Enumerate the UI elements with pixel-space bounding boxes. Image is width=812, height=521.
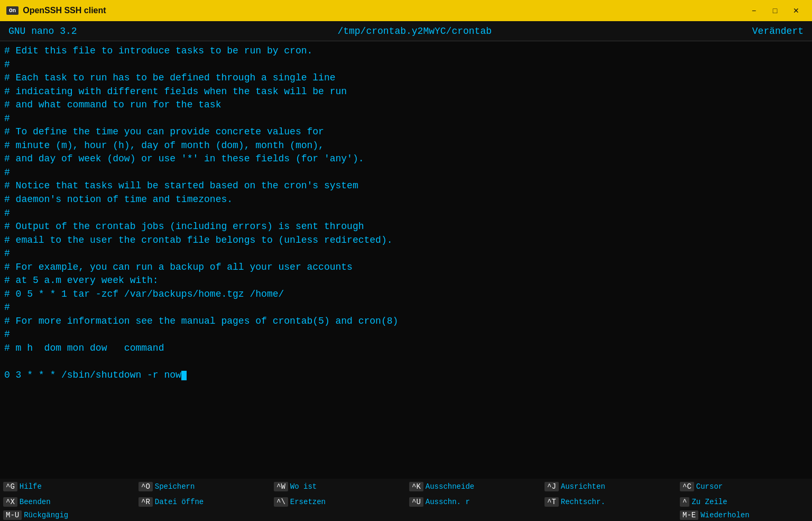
bottom-shortcut-item: ^RDatei öffne	[135, 494, 271, 509]
window-controls: − □ ✕	[744, 3, 806, 18]
shortcut-label: Datei öffne	[155, 498, 204, 506]
editor-line: # minute (m), hour (h), day of month (do…	[4, 139, 808, 153]
shortcut-label: Ausschn. r	[426, 498, 470, 506]
close-button[interactable]: ✕	[787, 3, 806, 18]
minimize-button[interactable]: −	[744, 3, 763, 18]
shortcut-label: Zu Zeile	[691, 498, 727, 506]
bottom-shortcut-item: ^WWo ist	[271, 479, 406, 494]
shortcut-label: Ausrichten	[561, 482, 605, 491]
shortcut-key: ^J	[545, 482, 559, 491]
window-title: OpenSSH SSH client	[23, 6, 106, 15]
editor-area[interactable]: # Edit this file to introduce tasks to b…	[0, 41, 812, 479]
nano-filename: /tmp/crontab.y2MwYC/crontab	[337, 26, 492, 36]
editor-line: #	[4, 328, 808, 342]
shortcut-key: M-E	[680, 510, 698, 520]
nano-modified: Verändert	[752, 26, 804, 36]
editor-line: # and what command to run for the task	[4, 98, 808, 112]
shortcut-label: Rechtschr.	[561, 498, 605, 506]
shortcut-key: ^O	[139, 482, 153, 491]
app-icon: On	[6, 6, 19, 15]
bottom-bar: ^GHilfe^OSpeichern^WWo ist^KAusschneide^…	[0, 479, 812, 521]
shortcut-label: Wiederholen	[700, 511, 749, 519]
shortcut-key: ^\	[274, 497, 288, 507]
bottom-shortcut-item: M-EWiederholen	[677, 509, 812, 521]
shortcut-key: ^G	[3, 482, 17, 491]
bottom-shortcut-item	[541, 509, 677, 521]
title-bar: On OpenSSH SSH client − □ ✕	[0, 0, 812, 21]
shortcut-label: Ersetzen	[290, 498, 326, 506]
bottom-shortcut-item: ^UAusschn. r	[406, 494, 541, 509]
bottom-shortcut-item	[406, 509, 541, 521]
shortcut-key: ^R	[139, 497, 153, 507]
bottom-shortcut-item: ^CCursor	[677, 479, 812, 494]
editor-line: # Output of the crontab jobs (including …	[4, 220, 808, 234]
shortcut-label: Beenden	[20, 498, 51, 506]
editor-line: # For more information see the manual pa…	[4, 315, 808, 328]
shortcut-key: ^U	[409, 497, 423, 507]
shortcut-label: Hilfe	[20, 482, 42, 491]
editor-line: # Notice that tasks will be started base…	[4, 179, 808, 193]
editor-line: # indicating with different fields when …	[4, 85, 808, 99]
editor-line: # 0 5 * * 1 tar -zcf /var/backups/home.t…	[4, 288, 808, 301]
shortcut-key: ^W	[274, 482, 288, 491]
shortcut-label: Rückgängig	[24, 511, 68, 519]
shortcut-label: Wo ist	[290, 482, 317, 491]
editor-line: # Each task to run has to be defined thr…	[4, 71, 808, 85]
editor-line: # email to the user the crontab file bel…	[4, 234, 808, 248]
editor-line: # daemon's notion of time and timezones.	[4, 193, 808, 207]
editor-line: # and day of week (dow) or use '*' in th…	[4, 152, 808, 166]
bottom-shortcut-item: ^JAusrichten	[541, 479, 677, 494]
bottom-shortcut-item: ^TRechtschr.	[541, 494, 677, 509]
title-bar-left: On OpenSSH SSH client	[6, 6, 106, 15]
nano-version: GNU nano 3.2	[8, 26, 77, 36]
bottom-shortcut-item: ^XBeenden	[0, 494, 135, 509]
bottom-shortcut-item: ^Zu Zeile	[677, 494, 812, 509]
bottom-shortcut-item: ^GHilfe	[0, 479, 135, 494]
editor-line: #	[4, 247, 808, 261]
editor-line: #	[4, 112, 808, 126]
shortcut-key: ^X	[3, 497, 17, 507]
editor-line: #	[4, 301, 808, 315]
editor-line: 0 3 * * * /sbin/shutdown -r now	[4, 369, 808, 382]
shortcut-label: Speichern	[155, 482, 195, 491]
editor-line: #	[4, 58, 808, 72]
editor-line: # Edit this file to introduce tasks to b…	[4, 44, 808, 58]
editor-line: # at 5 a.m every week with:	[4, 274, 808, 288]
shortcut-key: ^K	[409, 482, 423, 491]
shortcut-label: Ausschneide	[426, 482, 474, 491]
shortcut-key: ^T	[545, 497, 559, 507]
maximize-button[interactable]: □	[765, 3, 785, 18]
editor-line: # For example, you can run a backup of a…	[4, 261, 808, 275]
editor-line: #	[4, 166, 808, 180]
shortcut-label: Cursor	[696, 482, 723, 491]
shortcut-key: M-U	[3, 510, 22, 520]
editor-line: #	[4, 207, 808, 221]
bottom-shortcut-item: ^KAusschneide	[406, 479, 541, 494]
text-cursor	[181, 371, 187, 380]
shortcut-key: ^C	[680, 482, 694, 491]
shortcut-key: ^	[680, 497, 689, 507]
editor-line: # To define the time you can provide con…	[4, 125, 808, 139]
bottom-shortcut-item	[135, 509, 271, 521]
editor-line	[4, 355, 808, 369]
nano-header: GNU nano 3.2 /tmp/crontab.y2MwYC/crontab…	[0, 21, 812, 41]
editor-line: # m h dom mon dow command	[4, 342, 808, 355]
bottom-shortcut-item: M-URückgängig	[0, 509, 135, 521]
bottom-shortcut-item	[271, 509, 406, 521]
bottom-shortcut-item: ^OSpeichern	[135, 479, 271, 494]
bottom-shortcut-item: ^\Ersetzen	[271, 494, 406, 509]
